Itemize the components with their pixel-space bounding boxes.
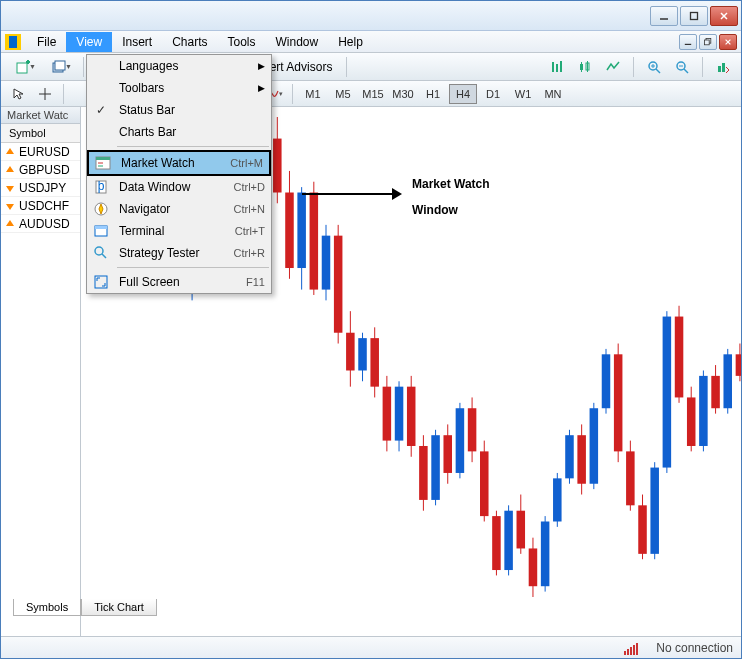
menu-item-strategy-tester[interactable]: Strategy Tester Ctrl+R: [87, 242, 271, 264]
menu-window[interactable]: Window: [266, 32, 329, 52]
menu-view[interactable]: View: [66, 32, 112, 52]
menu-item-label: Strategy Tester: [119, 246, 226, 260]
menu-item-market-watch[interactable]: Market Watch Ctrl+M: [87, 150, 271, 176]
svg-line-30: [656, 69, 660, 73]
view-dropdown-menu: Languages ▶ Toolbars ▶ ✓ Status Bar Char…: [86, 54, 272, 294]
svg-rect-71: [370, 338, 379, 387]
connection-status: No connection: [656, 641, 733, 655]
svg-rect-89: [480, 451, 489, 516]
zoom-in-button[interactable]: [642, 56, 666, 78]
timeframe-h4[interactable]: H4: [449, 84, 477, 104]
minimize-button[interactable]: [650, 6, 678, 26]
menu-item-charts-bar[interactable]: Charts Bar: [87, 121, 271, 143]
menu-item-toolbars[interactable]: Toolbars ▶: [87, 77, 271, 99]
svg-rect-101: [553, 478, 562, 521]
menu-item-status-bar[interactable]: ✓ Status Bar: [87, 99, 271, 121]
mdi-minimize[interactable]: [679, 34, 697, 50]
timeframe-w1[interactable]: W1: [509, 84, 537, 104]
menu-help[interactable]: Help: [328, 32, 373, 52]
toolbar-separator: [63, 84, 64, 104]
menu-tools[interactable]: Tools: [218, 32, 266, 52]
chart-line-icon[interactable]: [601, 56, 625, 78]
menu-separator: [117, 267, 269, 268]
annotation: Market WatchWindow: [302, 168, 490, 221]
svg-rect-145: [95, 226, 107, 229]
chart-bar-icon[interactable]: [545, 56, 569, 78]
crosshair-button[interactable]: [33, 83, 57, 105]
menu-item-label: Languages: [119, 59, 242, 73]
submenu-arrow-icon: ▶: [258, 61, 265, 71]
close-button[interactable]: [710, 6, 738, 26]
nav-icon: [91, 201, 111, 217]
menu-charts[interactable]: Charts: [162, 32, 217, 52]
annotation-text: Market WatchWindow: [412, 168, 490, 221]
timeframe-m5[interactable]: M5: [329, 84, 357, 104]
new-chart-button[interactable]: ▼: [7, 56, 39, 78]
chart-candle-icon[interactable]: [573, 56, 597, 78]
svg-rect-133: [627, 649, 629, 655]
bottom-tabs: Symbols Tick Chart: [13, 599, 157, 616]
svg-rect-69: [358, 338, 367, 370]
market-watch-row[interactable]: GBPUSD: [1, 161, 80, 179]
tab-tick-chart[interactable]: Tick Chart: [81, 599, 157, 616]
menu-item-data-window[interactable]: þ Data Window Ctrl+D: [87, 176, 271, 198]
svg-rect-103: [565, 435, 574, 478]
mdi-restore[interactable]: [699, 34, 717, 50]
test-icon: [91, 245, 111, 261]
autoscroll-button[interactable]: [711, 56, 735, 78]
timeframe-m1[interactable]: M1: [299, 84, 327, 104]
profiles-button[interactable]: ▼: [43, 56, 75, 78]
menu-item-full-screen[interactable]: Full Screen F11: [87, 271, 271, 293]
menu-item-shortcut: Ctrl+R: [234, 247, 265, 259]
menu-item-shortcut: Ctrl+T: [235, 225, 265, 237]
svg-rect-37: [722, 63, 725, 72]
svg-rect-95: [517, 511, 526, 549]
svg-rect-119: [663, 317, 672, 468]
market-watch-row[interactable]: USDJPY: [1, 179, 80, 197]
mdi-controls: [679, 34, 737, 50]
svg-rect-77: [407, 387, 416, 446]
app-icon: [5, 34, 21, 50]
tab-symbols[interactable]: Symbols: [13, 599, 81, 616]
statusbar: No connection: [1, 636, 741, 658]
svg-line-147: [102, 254, 106, 258]
svg-rect-11: [17, 63, 27, 73]
svg-rect-75: [395, 387, 404, 441]
menu-item-shortcut: Ctrl+N: [234, 203, 265, 215]
timeframe-m15[interactable]: M15: [359, 84, 387, 104]
market-watch-row[interactable]: EURUSD: [1, 143, 80, 161]
menu-item-shortcut: Ctrl+M: [230, 157, 263, 169]
menu-file[interactable]: File: [27, 32, 66, 52]
svg-rect-107: [590, 408, 599, 484]
svg-rect-8: [704, 40, 709, 45]
menu-item-navigator[interactable]: Navigator Ctrl+N: [87, 198, 271, 220]
timeframe-d1[interactable]: D1: [479, 84, 507, 104]
svg-rect-109: [602, 354, 611, 408]
svg-rect-135: [633, 645, 635, 655]
symbol-label: EURUSD: [19, 145, 70, 159]
zoom-out-button[interactable]: [670, 56, 694, 78]
menu-item-shortcut: F11: [246, 276, 265, 288]
svg-rect-105: [577, 435, 586, 484]
svg-rect-57: [285, 193, 294, 269]
market-watch-row[interactable]: AUDUSD: [1, 215, 80, 233]
menu-insert[interactable]: Insert: [112, 32, 162, 52]
svg-rect-138: [96, 157, 110, 160]
arrow-up-icon: [5, 165, 15, 175]
market-watch-row[interactable]: USDCHF: [1, 197, 80, 215]
menu-item-terminal[interactable]: Terminal Ctrl+T: [87, 220, 271, 242]
svg-rect-81: [431, 435, 440, 500]
cursor-button[interactable]: [7, 83, 31, 105]
timeframe-mn[interactable]: MN: [539, 84, 567, 104]
svg-rect-91: [492, 516, 501, 570]
menu-item-languages[interactable]: Languages ▶: [87, 55, 271, 77]
symbol-label: USDCHF: [19, 199, 69, 213]
fs-icon: [91, 274, 111, 290]
timeframe-m30[interactable]: M30: [389, 84, 417, 104]
menu-item-label: Navigator: [119, 202, 226, 216]
maximize-button[interactable]: [680, 6, 708, 26]
mdi-close[interactable]: [719, 34, 737, 50]
menu-separator: [117, 146, 269, 147]
check-icon: ✓: [91, 103, 111, 117]
timeframe-h1[interactable]: H1: [419, 84, 447, 104]
